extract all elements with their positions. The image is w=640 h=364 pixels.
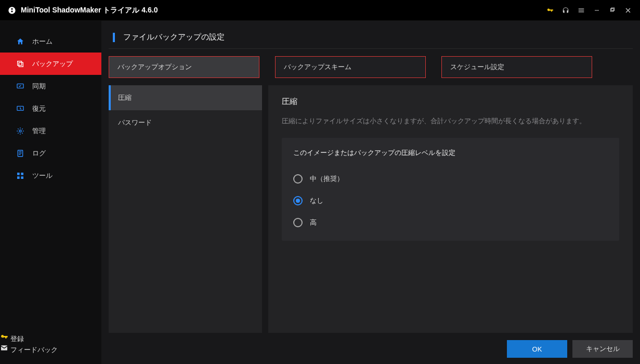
sidebar-item-label: フィードバック	[10, 346, 58, 354]
backup-icon	[16, 59, 25, 69]
radio-icon	[293, 218, 303, 227]
panel-description: 圧縮によりファイルサイズは小さくなりますが、合計バックアップ時間が長くなる場合が…	[282, 116, 619, 126]
svg-rect-9	[17, 173, 20, 175]
sidebar-item-home[interactable]: ホーム	[0, 30, 101, 53]
sidebar-item-label: ログ	[32, 149, 46, 158]
button-label: OK	[532, 345, 542, 353]
tab-label: スケジュール設定	[450, 62, 504, 72]
sidebar-item-register[interactable]: 登録	[0, 333, 101, 344]
manage-icon	[16, 126, 25, 136]
tab-schedule[interactable]: スケジュール設定	[441, 56, 592, 78]
tabs: バックアップオプション バックアップスキーム スケジュール設定	[109, 49, 633, 78]
tab-backup-options[interactable]: バックアップオプション	[109, 56, 259, 78]
license-key-icon[interactable]	[543, 4, 557, 17]
svg-rect-1	[611, 8, 614, 11]
page-header: ファイルバックアップの設定	[109, 28, 633, 49]
settings-panel: 圧縮 圧縮によりファイルサイズは小さくなりますが、合計バックアップ時間が長くなる…	[268, 85, 633, 333]
sidebar-item-label: 復元	[32, 104, 46, 113]
sidebar-item-tools[interactable]: ツール	[0, 164, 101, 187]
key-icon	[0, 335, 8, 343]
panel-heading: 圧縮	[282, 97, 619, 107]
sidebar-item-label: 同期	[32, 82, 46, 91]
option-list-label: パスワード	[118, 118, 152, 127]
app-logo-icon	[7, 6, 17, 15]
sidebar-item-label: ホーム	[32, 37, 53, 46]
button-label: キャンセル	[586, 344, 620, 354]
footer: OK キャンセル	[109, 333, 633, 358]
cancel-button[interactable]: キャンセル	[572, 340, 633, 358]
svg-rect-2	[611, 8, 615, 11]
option-list: 圧縮 パスワード	[109, 85, 262, 333]
app-title: MiniTool ShadowMaker トライアル 4.6.0	[21, 6, 158, 15]
sidebar-item-manage[interactable]: 管理	[0, 120, 101, 142]
sidebar-item-label: 登録	[10, 335, 24, 343]
sidebar-item-label: バックアップ	[32, 59, 73, 69]
close-icon[interactable]	[621, 4, 635, 17]
sidebar-item-restore[interactable]: 復元	[0, 97, 101, 120]
sidebar-item-log[interactable]: ログ	[0, 142, 101, 164]
svg-rect-11	[17, 176, 20, 179]
sync-icon	[16, 82, 25, 91]
radio-label: 中（推奨）	[310, 174, 344, 184]
tab-label: バックアップオプション	[117, 62, 192, 72]
tools-icon	[16, 171, 25, 180]
svg-rect-3	[18, 61, 22, 65]
radio-icon	[293, 196, 303, 205]
tab-label: バックアップスキーム	[284, 62, 351, 72]
sidebar-item-label: 管理	[32, 126, 46, 136]
svg-point-7	[19, 130, 21, 132]
radio-medium[interactable]: 中（推奨）	[293, 168, 608, 190]
radio-none[interactable]: なし	[293, 190, 608, 212]
home-icon	[16, 37, 25, 46]
minimize-icon[interactable]	[590, 4, 604, 17]
option-list-item-compression[interactable]: 圧縮	[109, 85, 262, 110]
radio-label: 高	[310, 218, 317, 227]
radio-high[interactable]: 高	[293, 212, 608, 233]
radio-icon	[293, 174, 303, 184]
svg-rect-10	[21, 173, 23, 175]
option-list-item-password[interactable]: パスワード	[109, 110, 262, 135]
sidebar-item-label: ツール	[32, 171, 53, 180]
accent-bar	[113, 33, 115, 42]
log-icon	[16, 149, 25, 158]
main-panel: ファイルバックアップの設定 バックアップオプション バックアップスキーム スケジ…	[101, 21, 640, 364]
compression-groupbox: このイメージまたはバックアップの圧縮レベルを設定 中（推奨） なし 高	[282, 138, 619, 241]
headset-icon[interactable]	[559, 4, 572, 17]
groupbox-title: このイメージまたはバックアップの圧縮レベルを設定	[293, 148, 608, 158]
option-list-label: 圧縮	[118, 93, 132, 102]
svg-rect-4	[19, 62, 23, 67]
maximize-icon[interactable]	[606, 4, 619, 17]
radio-label: なし	[310, 196, 323, 205]
mail-icon	[0, 346, 8, 354]
ok-button[interactable]: OK	[507, 340, 567, 358]
sidebar: ホーム バックアップ 同期 復元 管理	[0, 21, 101, 364]
title-bar: MiniTool ShadowMaker トライアル 4.6.0	[0, 0, 640, 21]
menu-icon[interactable]	[574, 4, 588, 17]
sidebar-item-backup[interactable]: バックアップ	[0, 53, 101, 75]
page-title: ファイルバックアップの設定	[123, 32, 225, 42]
svg-rect-0	[595, 10, 599, 10]
svg-rect-12	[21, 176, 23, 179]
tab-backup-scheme[interactable]: バックアップスキーム	[275, 56, 426, 78]
sidebar-item-feedback[interactable]: フィードバック	[0, 344, 101, 355]
restore-icon	[16, 104, 25, 113]
sidebar-item-sync[interactable]: 同期	[0, 75, 101, 97]
